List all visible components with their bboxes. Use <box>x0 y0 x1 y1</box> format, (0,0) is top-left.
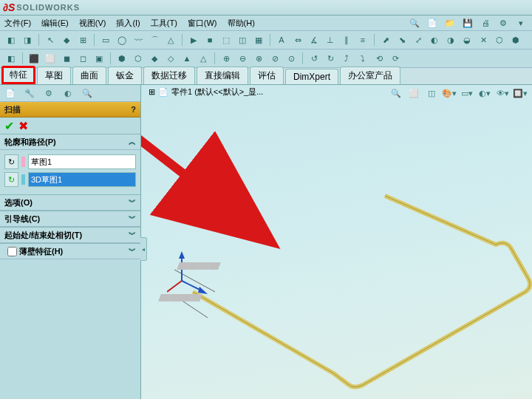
tb2-icon[interactable]: ▲ <box>180 52 194 65</box>
section-startend[interactable]: 起始处/结束处相切(T) ︾ <box>0 228 140 243</box>
tab-sketch[interactable]: 草图 <box>37 66 71 84</box>
tb2-icon[interactable]: ⊗ <box>252 52 265 65</box>
tb1-icon[interactable]: ⌒ <box>148 33 161 47</box>
path-input[interactable] <box>28 172 136 187</box>
tb2-icon[interactable]: ◼ <box>60 52 73 65</box>
tb2-icon[interactable]: ⬡ <box>132 52 145 65</box>
path-type-icon[interactable]: ↻ <box>4 172 18 187</box>
tb1-icon[interactable]: ◐ <box>428 33 441 47</box>
lt-dimx-icon[interactable]: ◐ <box>61 86 75 100</box>
tb2-icon[interactable]: ◧ <box>4 52 18 65</box>
tb1-dim-icon[interactable]: ⇔ <box>291 33 304 47</box>
menu-file[interactable]: 文件(F) <box>4 18 31 29</box>
section-profile-path[interactable]: 轮廓和路径(P) ︽ <box>0 134 140 150</box>
tb2-icon[interactable]: ▣ <box>92 52 106 65</box>
lt-search-icon[interactable]: 🔍 <box>80 86 95 100</box>
tab-evaluate[interactable]: 评估 <box>250 66 284 84</box>
tb1-icon[interactable]: ∥ <box>340 33 353 47</box>
tree-expand-icon[interactable]: ⊞ <box>149 87 155 97</box>
tb1-icon[interactable]: ✕ <box>477 33 490 47</box>
view-section-icon[interactable]: ◫ <box>424 86 439 100</box>
tb2-icon[interactable]: ⟳ <box>389 52 402 65</box>
tab-dimxpert[interactable]: DimXpert <box>285 69 338 84</box>
tb1-icon[interactable]: ■ <box>203 33 216 47</box>
menu-open-icon[interactable]: 📁 <box>443 16 457 30</box>
tb2-icon[interactable]: ◇ <box>164 52 177 65</box>
tb2-icon[interactable]: ⤴ <box>340 52 353 65</box>
tb2-icon[interactable]: ⬢ <box>115 52 129 65</box>
profile-type-icon[interactable]: ↻ <box>4 154 18 169</box>
tb2-icon[interactable]: ↻ <box>324 52 337 65</box>
tb1-icon[interactable]: ◧ <box>4 33 18 47</box>
view-display-icon[interactable]: ▭▾ <box>460 86 474 100</box>
cancel-button[interactable]: ✖ <box>18 119 28 133</box>
section-thin[interactable]: 薄壁特征(H) ︾ <box>0 244 140 259</box>
tb2-icon[interactable]: ⊘ <box>268 52 282 65</box>
menu-search-icon[interactable]: 🔍 <box>408 16 421 30</box>
lt-property-icon[interactable]: 🔧 <box>22 86 37 100</box>
tb1-icon[interactable]: ≡ <box>356 33 369 47</box>
tb1-icon[interactable]: ∡ <box>307 33 321 47</box>
tab-office[interactable]: 办公室产品 <box>340 66 400 84</box>
lt-config-icon[interactable]: ⚙ <box>41 86 56 100</box>
view-zoom-icon[interactable]: 🔍 <box>389 86 403 100</box>
section-options[interactable]: 选项(O) ︾ <box>0 195 140 211</box>
menu-tools[interactable]: 工具(T) <box>151 18 177 29</box>
tb1-icon[interactable]: ⤢ <box>412 33 425 47</box>
menu-help[interactable]: 帮助(H) <box>228 18 255 29</box>
tb2-icon[interactable]: ◆ <box>148 52 161 65</box>
tb1-icon[interactable]: ◨ <box>21 33 34 47</box>
menu-edit[interactable]: 编辑(E) <box>41 18 69 29</box>
tb1-icon[interactable]: ◫ <box>236 33 249 47</box>
view-appear-icon[interactable]: 🔲▾ <box>513 86 528 100</box>
tb1-icon[interactable]: △ <box>164 33 177 47</box>
menu-print-icon[interactable]: 🖨 <box>479 16 492 30</box>
tab-surface[interactable]: 曲面 <box>72 66 106 84</box>
tb2-icon[interactable]: ⊙ <box>284 52 298 65</box>
tb2-icon[interactable]: ⬛ <box>27 52 41 65</box>
tb1-icon[interactable]: ◆ <box>60 33 73 47</box>
profile-input[interactable] <box>28 154 136 169</box>
tb2-icon[interactable]: ⊖ <box>236 52 249 65</box>
tb1-icon[interactable]: ⬊ <box>395 33 409 47</box>
tb2-icon[interactable]: ⬜ <box>44 52 57 65</box>
tab-datamigration[interactable]: 数据迁移 <box>143 66 195 84</box>
tb1-icon[interactable]: 〰 <box>132 33 145 47</box>
view-fit-icon[interactable]: ⬜ <box>406 86 421 100</box>
tb1-icon[interactable]: ◑ <box>444 33 457 47</box>
tab-features[interactable]: 特征 <box>1 66 35 84</box>
tb1-icon[interactable]: ⬡ <box>493 33 506 47</box>
tb1-icon[interactable]: ◯ <box>115 33 129 47</box>
tb1-play-icon[interactable]: ▶ <box>187 33 200 47</box>
tb1-icon[interactable]: ◒ <box>460 33 474 47</box>
tb2-icon[interactable]: ⟲ <box>372 52 386 65</box>
panel-help-icon[interactable]: ? <box>131 105 136 114</box>
tb1-icon[interactable]: ⊥ <box>324 33 337 47</box>
thin-checkbox[interactable] <box>7 247 17 256</box>
tb1-cursor-icon[interactable]: ↖ <box>44 33 57 47</box>
tb1-icon[interactable]: ⊞ <box>76 33 89 47</box>
graphics-viewport[interactable]: ⊞ 📄 零件1 (默认<<默认>_显... 🔍 ⬜ ◫ 🎨▾ ▭▾ ◐▾ 👁▾ … <box>141 85 532 399</box>
view-hide-icon[interactable]: 👁▾ <box>495 86 510 100</box>
panel-collapse-grip[interactable]: ◂ <box>140 237 147 261</box>
view-scene-icon[interactable]: ◐▾ <box>477 86 492 100</box>
menu-save-icon[interactable]: 💾 <box>461 16 474 30</box>
tb1-icon[interactable]: ▦ <box>252 33 265 47</box>
tb2-icon[interactable]: ◻ <box>76 52 89 65</box>
tb1-icon[interactable]: ⬢ <box>509 33 522 47</box>
tb1-icon[interactable]: ▭ <box>99 33 112 47</box>
menu-window[interactable]: 窗口(W) <box>188 18 217 29</box>
ok-button[interactable]: ✔ <box>4 119 14 133</box>
tb2-icon[interactable]: △ <box>197 52 210 65</box>
menu-more-icon[interactable]: ▾ <box>514 16 528 30</box>
menu-settings-icon[interactable]: ⚙ <box>497 16 510 30</box>
menu-insert[interactable]: 插入(I) <box>116 18 140 29</box>
lt-feature-tree-icon[interactable]: 📄 <box>3 86 18 100</box>
menu-new-icon[interactable]: 📄 <box>426 16 439 30</box>
tb1-text-icon[interactable]: A <box>275 33 288 47</box>
tab-sheetmetal[interactable]: 钣金 <box>108 66 142 84</box>
tab-directedit[interactable]: 直接编辑 <box>197 66 248 84</box>
section-guide[interactable]: 引导线(C) ︾ <box>0 211 140 227</box>
tb1-icon[interactable]: ⬚ <box>219 33 233 47</box>
menu-view[interactable]: 视图(V) <box>79 18 106 29</box>
